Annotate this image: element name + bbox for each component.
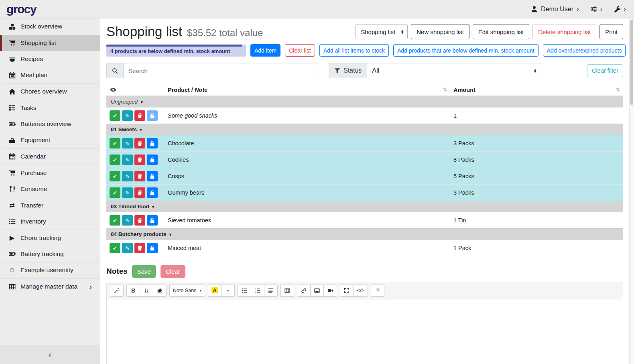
add-all-to-stock-button[interactable]: Add all list items to stock <box>319 44 389 57</box>
group-header[interactable]: 01 Sweets ▾ <box>111 126 142 132</box>
insert-table-button[interactable] <box>280 285 294 297</box>
style-magic-button[interactable] <box>110 285 124 297</box>
purchase-item-button[interactable] <box>147 155 158 165</box>
clear-style-button[interactable] <box>153 285 167 297</box>
purchase-item-button[interactable] <box>147 187 158 198</box>
new-shopping-list-button[interactable]: New shopping list <box>411 24 469 39</box>
sidebar-item-batteries-overview[interactable]: Batteries overview <box>0 116 100 132</box>
delete-item-button[interactable] <box>134 187 145 198</box>
mark-done-button[interactable]: ✔ <box>110 138 120 148</box>
sidebar-item-battery-tracking[interactable]: Battery tracking <box>0 246 100 262</box>
sidebar-item-consume[interactable]: Consume <box>0 181 100 197</box>
amount-column-header[interactable]: Amount ⇅ <box>450 84 623 96</box>
battery-half-icon <box>7 250 17 257</box>
save-notes-button[interactable]: Save <box>132 265 156 278</box>
grocy-logo[interactable]: grocy <box>6 2 36 16</box>
mark-done-button[interactable]: ✔ <box>110 171 120 181</box>
insert-video-button[interactable] <box>323 285 337 297</box>
insert-link-button[interactable] <box>297 285 311 297</box>
status-addon: Status <box>329 63 367 78</box>
sort-icon[interactable]: ⇅ <box>616 87 620 93</box>
color-dropdown-button[interactable]: ▾ <box>221 285 235 297</box>
mark-done-button[interactable]: ✔ <box>110 187 120 198</box>
print-button[interactable]: Print <box>599 24 623 39</box>
group-header[interactable]: 04 Butchery products ▾ <box>111 231 171 237</box>
purchase-item-button[interactable] <box>147 243 158 253</box>
search-input[interactable] <box>123 63 318 78</box>
sidebar-item-calendar[interactable]: Calendar <box>0 148 100 165</box>
visibility-column-header[interactable] <box>106 84 165 96</box>
edit-item-button[interactable]: ✎ <box>122 155 133 165</box>
edit-item-button[interactable]: ✎ <box>122 187 133 198</box>
sidebar-item-equipment[interactable]: Equipment <box>0 132 100 149</box>
edit-item-button[interactable]: ✎ <box>122 138 133 148</box>
purchase-item-button[interactable] <box>147 171 158 181</box>
mark-done-button[interactable]: ✔ <box>110 215 120 226</box>
sidebar-item-manage-master-data[interactable]: Manage master data› <box>0 279 100 295</box>
clear-filter-button[interactable]: Clear filter <box>587 64 623 77</box>
notes-editor-area[interactable] <box>107 299 623 364</box>
sidebar-item-chore-tracking[interactable]: ▶Chore tracking <box>0 230 100 246</box>
sidebar-item-recipes[interactable]: Recipes <box>0 51 100 67</box>
insert-image-button[interactable] <box>310 285 324 297</box>
sidebar-item-example-userentity[interactable]: ☺Example userentity <box>0 262 100 279</box>
settings-menu[interactable]: › <box>590 5 603 13</box>
ordered-list-button[interactable] <box>251 285 264 297</box>
delete-shopping-list-button[interactable]: Delete shopping list <box>532 24 596 39</box>
fullscreen-button[interactable] <box>340 285 354 297</box>
clear-notes-button[interactable]: Clear <box>161 265 185 278</box>
text-color-button[interactable]: A <box>208 285 221 297</box>
edit-item-button[interactable]: ✎ <box>122 110 133 121</box>
delete-item-button[interactable] <box>134 215 145 226</box>
sidebar-item-inventory[interactable]: Inventory <box>0 214 100 230</box>
clear-list-button[interactable]: Clear list <box>285 44 315 57</box>
paragraph-align-button[interactable] <box>264 285 278 297</box>
group-header[interactable]: 03 Tinned food ▾ <box>111 203 154 209</box>
check-icon: ✔ <box>113 141 117 146</box>
edit-shopping-list-button[interactable]: Edit shopping list <box>473 24 529 39</box>
underline-button[interactable]: U <box>140 285 153 297</box>
scrollbar-thumb[interactable] <box>630 20 633 105</box>
admin-menu[interactable]: › <box>614 5 626 13</box>
sidebar-item-label: Recipes <box>20 55 43 63</box>
edit-item-button[interactable]: ✎ <box>122 215 133 226</box>
bold-button[interactable]: B <box>126 285 140 297</box>
delete-item-button[interactable] <box>134 138 145 148</box>
sidebar-item-chores-overview[interactable]: Chores overview <box>0 83 100 100</box>
shopping-list-select[interactable]: Shopping list ▴▾ <box>356 24 408 39</box>
add-overdue-button[interactable]: Add overdue/expired products <box>543 44 626 57</box>
delete-item-button[interactable] <box>134 171 145 181</box>
sidebar-collapse-button[interactable]: ‹ <box>0 346 100 364</box>
purchase-item-button[interactable] <box>147 110 158 121</box>
status-select[interactable]: All ▴▾ <box>367 63 541 78</box>
delete-item-button[interactable] <box>134 243 145 253</box>
vertical-scrollbar[interactable] <box>629 18 634 364</box>
group-header[interactable]: Ungrouped ▾ <box>111 99 142 105</box>
edit-item-button[interactable]: ✎ <box>122 243 133 253</box>
purchase-item-button[interactable] <box>147 215 158 226</box>
purchase-item-button[interactable] <box>147 138 158 148</box>
font-family-select[interactable]: Noto Sans ▾ <box>169 285 205 297</box>
sidebar-item-shopping-list[interactable]: Shopping list <box>0 35 100 51</box>
add-item-button[interactable]: Add item <box>250 44 280 57</box>
mark-done-button[interactable]: ✔ <box>110 110 120 121</box>
sidebar-item-tasks[interactable]: Tasks <box>0 100 100 116</box>
help-button[interactable]: ? <box>371 285 384 297</box>
sidebar-item-label: Shopping list <box>20 39 56 47</box>
code-view-button[interactable]: </> <box>353 285 368 297</box>
add-below-min-stock-button[interactable]: Add products that are below defined min.… <box>393 44 538 57</box>
sidebar-item-meal-plan[interactable]: Meal plan <box>0 67 100 84</box>
delete-item-button[interactable] <box>134 110 145 121</box>
sidebar-item-purchase[interactable]: Purchase <box>0 165 100 181</box>
user-menu[interactable]: Demo User › <box>531 5 579 13</box>
edit-item-button[interactable]: ✎ <box>122 171 133 181</box>
unordered-list-button[interactable] <box>238 285 251 297</box>
sort-icon[interactable]: ⇅ <box>443 87 447 93</box>
delete-item-button[interactable] <box>134 155 145 165</box>
amount-cell: 1 Pack <box>450 240 623 256</box>
mark-done-button[interactable]: ✔ <box>110 155 120 165</box>
sidebar-item-transfer[interactable]: ⇄Transfer <box>0 197 100 214</box>
product-column-header[interactable]: Product / Note ⇅ <box>165 84 450 96</box>
sidebar-item-stock-overview[interactable]: Stock overview <box>0 18 100 35</box>
mark-done-button[interactable]: ✔ <box>110 243 120 253</box>
